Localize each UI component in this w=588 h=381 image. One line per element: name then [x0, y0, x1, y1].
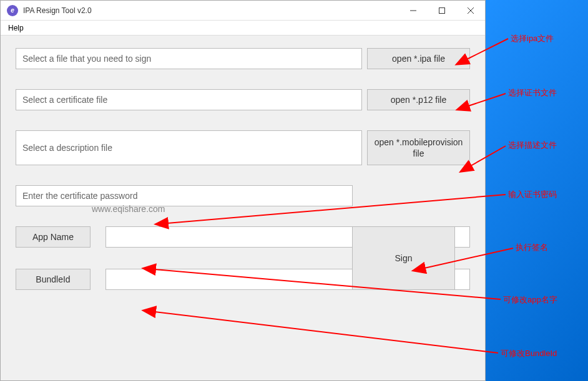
window-title: IPA Resign Tool v2.0: [23, 6, 399, 15]
cert-password-input[interactable]: [16, 185, 353, 206]
appname-button[interactable]: App Name: [16, 226, 91, 248]
open-mobileprovision-button[interactable]: open *.mobileprovision file: [367, 130, 470, 165]
menubar: Help: [1, 21, 485, 36]
content-area: open *.ipa file open *.p12 file open *.m…: [1, 36, 485, 380]
annotation-ipa: 选择ipa文件: [511, 33, 554, 44]
annotation-appname: 可修改app名字: [503, 294, 557, 306]
cert-row: open *.p12 file: [16, 89, 470, 110]
svg-rect-1: [439, 7, 445, 13]
provision-file-input[interactable]: [16, 130, 362, 165]
bundleid-button[interactable]: BundleId: [16, 269, 91, 290]
titlebar: IPA Resign Tool v2.0: [1, 1, 485, 21]
annotation-password: 输入证书密码: [508, 189, 557, 200]
app-icon: [7, 5, 18, 16]
annotation-provision: 选择描述文件: [508, 140, 557, 151]
sign-button[interactable]: Sign: [352, 226, 455, 290]
open-ipa-button[interactable]: open *.ipa file: [367, 48, 470, 69]
app-window: IPA Resign Tool v2.0 Help open *.ipa fil…: [0, 0, 486, 381]
minimize-button[interactable]: [399, 1, 428, 21]
ipa-file-input[interactable]: [16, 48, 362, 69]
annotation-bundleid: 可修改BundleId: [501, 348, 557, 359]
provision-row: open *.mobileprovision file: [16, 130, 470, 165]
password-row: [16, 185, 470, 206]
maximize-button[interactable]: [428, 1, 456, 21]
close-button[interactable]: [456, 1, 485, 21]
signing-group: Sign App Name BundleId: [16, 226, 470, 290]
annotation-sign: 执行签名: [516, 242, 548, 253]
open-p12-button[interactable]: open *.p12 file: [367, 89, 470, 110]
menu-help[interactable]: Help: [3, 22, 29, 34]
annotation-cert: 选择证书文件: [508, 87, 557, 99]
cert-file-input[interactable]: [16, 89, 362, 110]
ipa-row: open *.ipa file: [16, 48, 470, 69]
window-controls: [399, 1, 485, 21]
